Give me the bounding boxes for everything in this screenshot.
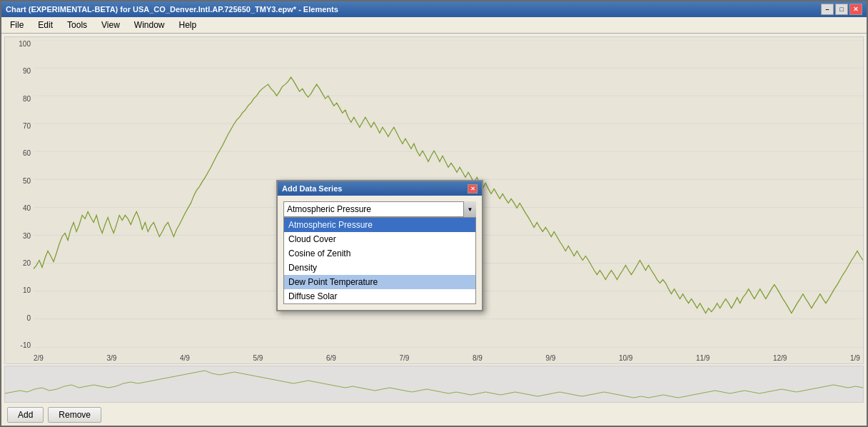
- menu-bar: FileEditToolsViewWindowHelp: [1, 17, 867, 34]
- list-item-dew-point-temperature[interactable]: Dew Point Temperature: [284, 275, 475, 289]
- list-item-density[interactable]: Density: [284, 261, 475, 275]
- x-label-9: 10/9: [619, 354, 632, 362]
- x-label-7: 8/9: [473, 354, 483, 362]
- x-label-10: 11/9: [696, 354, 710, 362]
- list-item-diffuse-solar[interactable]: Diffuse Solar: [284, 289, 475, 303]
- x-label-5: 6/9: [326, 354, 336, 362]
- bottom-controls: Add Remove: [1, 404, 867, 426]
- list-item-cloud-cover[interactable]: Cloud Cover: [284, 232, 475, 246]
- menu-item-view[interactable]: View: [96, 19, 126, 31]
- x-label-8: 9/9: [545, 354, 555, 362]
- menu-item-window[interactable]: Window: [128, 19, 171, 31]
- x-label-2: 3/9: [106, 354, 116, 362]
- add-data-series-dialog: Add Data Series ✕ ▼ Atmospheric Pressure…: [276, 180, 483, 311]
- y-label-80: 80: [23, 95, 31, 103]
- menu-item-tools[interactable]: Tools: [61, 19, 93, 31]
- list-item-cosine-of-zenith[interactable]: Cosine of Zenith: [284, 246, 475, 261]
- y-label-0: 0: [26, 314, 31, 322]
- mini-chart-area: [4, 366, 864, 403]
- minimize-button[interactable]: –: [821, 4, 834, 15]
- main-window: Chart (EXPERIMENTAL-BETA) for USA_CO_Den…: [0, 0, 868, 427]
- y-label-60: 60: [23, 149, 31, 157]
- main-content: 100 90 80 70 60 50 40 30 20 10 0 -10 2/9…: [1, 34, 867, 426]
- series-combobox-input[interactable]: [283, 201, 476, 217]
- dialog-body: ▼ Atmospheric Pressure Cloud Cover Cosin…: [278, 196, 482, 310]
- menu-item-edit[interactable]: Edit: [32, 19, 59, 31]
- close-button[interactable]: ✕: [849, 4, 862, 15]
- y-label-40: 40: [23, 204, 31, 212]
- menu-item-file[interactable]: File: [4, 19, 29, 31]
- y-label-30: 30: [23, 232, 31, 240]
- y-label-20: 20: [23, 259, 31, 267]
- y-label-100: 100: [19, 40, 31, 48]
- svg-rect-13: [5, 366, 863, 402]
- list-item-atmospheric-pressure[interactable]: Atmospheric Pressure: [284, 218, 475, 232]
- dialog-title-bar: Add Data Series ✕: [278, 181, 482, 196]
- x-label-3: 4/9: [180, 354, 190, 362]
- mini-chart-svg: [5, 366, 863, 402]
- add-button[interactable]: Add: [7, 407, 44, 423]
- dialog-title: Add Data Series: [282, 184, 342, 193]
- y-axis-labels: 100 90 80 70 60 50 40 30 20 10 0 -10: [5, 40, 32, 349]
- x-label-12: 1/9: [850, 354, 860, 362]
- x-label-4: 5/9: [253, 354, 263, 362]
- dialog-close-button[interactable]: ✕: [468, 184, 478, 194]
- x-label-6: 7/9: [399, 354, 409, 362]
- x-axis-labels: 2/9 3/9 4/9 5/9 6/9 7/9 8/9 9/9 10/9 11/…: [34, 354, 860, 362]
- combo-dropdown-arrow[interactable]: ▼: [463, 201, 476, 217]
- maximize-button[interactable]: □: [835, 4, 848, 15]
- title-bar-buttons: – □ ✕: [821, 4, 862, 15]
- window-title: Chart (EXPERIMENTAL-BETA) for USA_CO_Den…: [6, 5, 338, 14]
- y-label-neg10: -10: [21, 341, 31, 349]
- y-label-10: 10: [23, 286, 31, 294]
- x-label-11: 12/9: [773, 354, 787, 362]
- chart-area: 100 90 80 70 60 50 40 30 20 10 0 -10 2/9…: [4, 36, 864, 364]
- remove-button[interactable]: Remove: [48, 407, 101, 423]
- y-label-70: 70: [23, 122, 31, 130]
- x-label-1: 2/9: [34, 354, 44, 362]
- y-label-90: 90: [23, 67, 31, 75]
- title-bar: Chart (EXPERIMENTAL-BETA) for USA_CO_Den…: [1, 1, 867, 17]
- y-label-50: 50: [23, 177, 31, 185]
- dropdown-list[interactable]: Atmospheric Pressure Cloud Cover Cosine …: [283, 217, 476, 304]
- combo-wrapper: ▼: [283, 201, 476, 217]
- menu-item-help[interactable]: Help: [173, 19, 203, 31]
